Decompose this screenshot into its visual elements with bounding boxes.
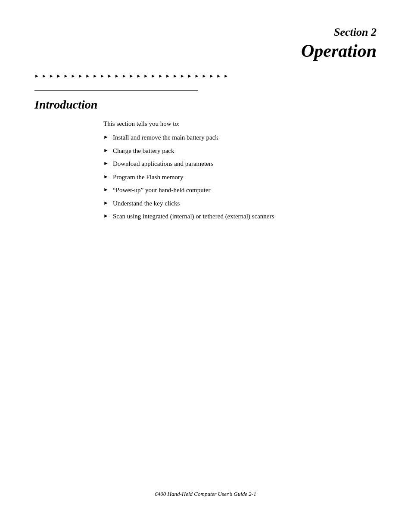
- arrow-icon: ►: [129, 73, 134, 78]
- intro-text: This section tells you how to:: [103, 120, 377, 128]
- bullet-arrow-icon: ►: [103, 186, 109, 193]
- section-label: Section 2: [34, 26, 377, 39]
- bullet-text: Scan using integrated (internal) or teth…: [113, 212, 377, 221]
- arrow-icon: ►: [85, 73, 90, 78]
- arrow-icon: ►: [122, 73, 127, 78]
- bullet-arrow-icon: ►: [103, 133, 109, 141]
- arrow-icon: ►: [165, 73, 170, 78]
- arrow-icon: ►: [115, 73, 119, 78]
- arrow-icon: ►: [202, 73, 206, 78]
- bullet-arrow-icon: ►: [103, 159, 109, 167]
- arrow-row: ►►►►►►►►►►►►►►►►►►►►►►►►►►►: [34, 73, 377, 78]
- arrow-icon: ►: [224, 73, 228, 78]
- bullet-text: Charge the battery pack: [113, 146, 377, 156]
- list-item: ►Program the Flash memory: [103, 172, 377, 182]
- arrow-icon: ►: [216, 73, 221, 78]
- page: Section 2 Operation ►►►►►►►►►►►►►►►►►►►►…: [0, 0, 411, 532]
- arrow-icon: ►: [187, 73, 192, 78]
- footer: 6400 Hand-Held Computer User’s Guide 2-1: [0, 491, 411, 498]
- arrow-icon: ►: [78, 73, 83, 78]
- arrow-icon: ►: [71, 73, 75, 78]
- bullet-arrow-icon: ►: [103, 146, 109, 154]
- list-item: ►“Power-up” your hand-held computer: [103, 185, 377, 195]
- bullet-text: “Power-up” your hand-held computer: [113, 185, 377, 195]
- arrow-icon: ►: [151, 73, 156, 78]
- intro-heading: Introduction: [34, 98, 377, 112]
- bullet-text: Understand the key clicks: [113, 199, 377, 208]
- arrow-icon: ►: [107, 73, 112, 78]
- bullet-list: ►Install and remove the main battery pac…: [103, 133, 377, 221]
- arrow-icon: ►: [158, 73, 163, 78]
- arrow-icon: ►: [143, 73, 148, 78]
- list-item: ►Scan using integrated (internal) or tet…: [103, 212, 377, 221]
- list-item: ►Charge the battery pack: [103, 146, 377, 156]
- list-item: ►Install and remove the main battery pac…: [103, 133, 377, 143]
- section-title: Operation: [34, 40, 377, 61]
- arrow-icon: ►: [34, 73, 39, 78]
- arrow-icon: ►: [93, 73, 97, 78]
- bullet-arrow-icon: ►: [103, 199, 109, 207]
- footer-text: 6400 Hand-Held Computer User’s Guide 2-1: [155, 491, 256, 497]
- arrow-icon: ►: [100, 73, 105, 78]
- arrow-icon: ►: [180, 73, 185, 78]
- list-item: ►Download applications and parameters: [103, 159, 377, 169]
- arrow-icon: ►: [136, 73, 141, 78]
- bullet-text: Download applications and parameters: [113, 159, 377, 169]
- arrow-icon: ►: [56, 73, 61, 78]
- list-item: ►Understand the key clicks: [103, 199, 377, 208]
- bullet-arrow-icon: ►: [103, 173, 109, 180]
- bullet-text: Program the Flash memory: [113, 172, 377, 182]
- arrow-icon: ►: [64, 73, 68, 78]
- bullet-text: Install and remove the main battery pack: [113, 133, 377, 143]
- bullet-arrow-icon: ►: [103, 212, 109, 220]
- arrow-icon: ►: [195, 73, 199, 78]
- arrow-icon: ►: [173, 73, 177, 78]
- section-header: Section 2 Operation: [34, 26, 377, 61]
- divider: [34, 90, 198, 91]
- arrow-icon: ►: [42, 73, 47, 78]
- content-area: This section tells you how to: ►Install …: [103, 120, 377, 221]
- arrow-icon: ►: [209, 73, 214, 78]
- arrow-icon: ►: [49, 73, 54, 78]
